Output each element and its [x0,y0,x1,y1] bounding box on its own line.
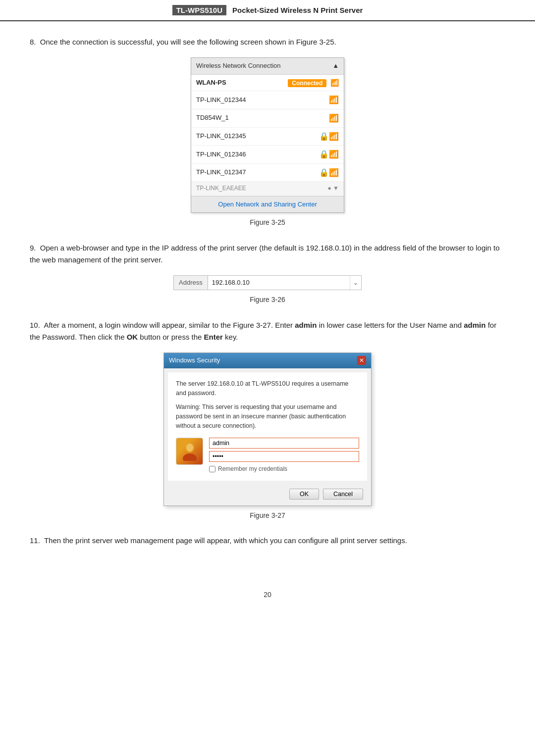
wifi-widget: Wireless Network Connection ▲ WLAN-PS Co… [191,57,344,213]
wifi-widget-title: Wireless Network Connection [196,61,281,71]
dialog-body: The server 192.168.0.10 at TL-WPS510U re… [168,372,367,481]
wifi-signal-wlanps: 📶 [330,79,339,87]
dialog-msg1: The server 192.168.0.10 at TL-WPS510U re… [176,379,359,398]
wifi-name-4: TP-LINK_012346 [196,150,246,160]
figure-3-26-container: Address 192.168.0.10 ⌄ Figure 3-26 [30,275,505,305]
address-label: Address [174,276,208,290]
dialog-credentials: Remember my credentials [176,438,359,474]
svg-point-1 [183,454,197,461]
wifi-network-name-wlanps: WLAN-PS [196,78,226,88]
dialog-msg2: Warning: This server is requesting that … [176,403,359,430]
step-8: 8. Once the connection is successful, yo… [30,36,505,228]
dialog-avatar [176,438,203,465]
wifi-name-2: TD854W_1 [196,113,229,123]
step-10-text: 10. After a moment, a login window will … [30,321,496,342]
wifi-signal-5: 🔒📶 [319,166,339,179]
step-10-bold1: admin [295,321,317,329]
step-10-mid3: button or press the [140,333,202,341]
wifi-network-item-4[interactable]: TP-LINK_012346 🔒📶 [191,146,344,164]
figure-3-25-label: Figure 3-25 [250,217,285,228]
page-number: 20 [264,591,271,599]
dropdown-chevron: ⌄ [353,278,358,288]
remember-label: Remember my credentials [218,464,287,474]
remember-checkbox[interactable] [209,466,215,472]
step-8-description: Once the connection is successful, you w… [40,38,336,46]
connected-label: Connected [288,79,326,87]
wifi-signal-1: 📶 [329,94,339,106]
step-10-mid1: in lower case letters for the User Name … [319,321,462,329]
wifi-signal-2: 📶 [329,112,339,125]
wifi-partial-signal: ● ▼ [328,184,339,193]
wifi-signal-4: 🔒📶 [319,148,339,161]
figure-3-25-container: Wireless Network Connection ▲ WLAN-PS Co… [30,57,505,228]
dialog-title: Windows Security [169,355,220,366]
step-9-text: 9. Open a web-browser and type in the IP… [30,244,500,264]
step-11-description: Then the print server web management pag… [44,536,407,545]
dialog-titlebar: Windows Security ✕ [164,353,371,368]
step-10-bold4: Enter [204,333,223,341]
svg-point-2 [186,444,193,452]
wifi-signal-3: 🔒📶 [319,130,339,143]
open-network-sharing-label: Open Network and Sharing Center [218,201,317,208]
figure-3-27-container: Windows Security ✕ The server 192.168.0.… [30,353,505,521]
wifi-footer-link[interactable]: Open Network and Sharing Center [191,196,344,213]
wifi-partial-name: TP-LINK_EAEAEE [196,184,246,193]
wifi-network-item-3[interactable]: TP-LINK_012345 🔒📶 [191,128,344,146]
step-9-number: 9. [30,244,36,252]
wifi-partial-item[interactable]: TP-LINK_EAEAEE ● ▼ [191,182,344,196]
model-badge: TL-WPS510U [172,5,226,15]
wifi-name-5: TP-LINK_012347 [196,167,246,178]
page-header: TL-WPS510U Pocket-Sized Wireless N Print… [0,0,535,21]
dialog-close-button[interactable]: ✕ [357,356,366,365]
step-11-number: 11. [30,536,40,545]
security-dialog: Windows Security ✕ The server 192.168.0.… [163,353,372,506]
wifi-name-3: TP-LINK_012345 [196,131,246,142]
step-10-end: key. [225,333,238,341]
dialog-buttons: OK Cancel [164,485,371,505]
step-10-number: 10. [30,321,40,329]
remember-credentials-row: Remember my credentials [209,464,359,474]
wifi-widget-header: Wireless Network Connection ▲ [191,58,344,75]
wifi-name-1: TP-LINK_012344 [196,95,246,105]
step-10-bold3: OK [127,333,138,341]
step-8-text: 8. Once the connection is successful, yo… [30,38,336,46]
figure-3-26-label: Figure 3-26 [250,294,285,305]
cancel-button[interactable]: Cancel [323,489,363,500]
wifi-up-arrow: ▲ [332,61,339,71]
wifi-connected-badge: Connected 📶 [284,77,339,89]
step-10-text-start: After a moment, a login window will appe… [44,321,293,329]
step-10: 10. After a moment, a login window will … [30,319,505,521]
figure-3-27-label: Figure 3-27 [250,510,285,521]
username-input[interactable] [209,438,359,449]
page-content: 8. Once the connection is successful, yo… [0,21,535,581]
ok-button[interactable]: OK [289,489,319,500]
address-value[interactable]: 192.168.0.10 [208,278,350,288]
address-dropdown-icon[interactable]: ⌄ [350,276,361,290]
wifi-network-item-wlanps[interactable]: WLAN-PS Connected 📶 [191,75,344,92]
address-bar: Address 192.168.0.10 ⌄ [173,275,362,290]
password-input[interactable] [209,451,359,462]
dialog-fields: Remember my credentials [209,438,359,474]
header-title: Pocket-Sized Wireless N Print Server [232,6,363,14]
wifi-network-item-5[interactable]: TP-LINK_012347 🔒📶 [191,164,344,182]
step-11-text: 11. Then the print server web management… [30,536,407,545]
wifi-network-item-2[interactable]: TD854W_1 📶 [191,109,344,128]
page-footer: 20 [0,591,535,608]
step-8-number: 8. [30,38,36,46]
step-9: 9. Open a web-browser and type in the IP… [30,242,505,305]
step-10-bold2: admin [464,321,485,329]
wifi-network-item-1[interactable]: TP-LINK_012344 📶 [191,91,344,109]
step-11: 11. Then the print server web management… [30,535,505,547]
step-9-description: Open a web-browser and type in the IP ad… [30,244,500,264]
wifi-network-list: WLAN-PS Connected 📶 TP-LINK_012344 📶 TD8… [191,75,344,196]
